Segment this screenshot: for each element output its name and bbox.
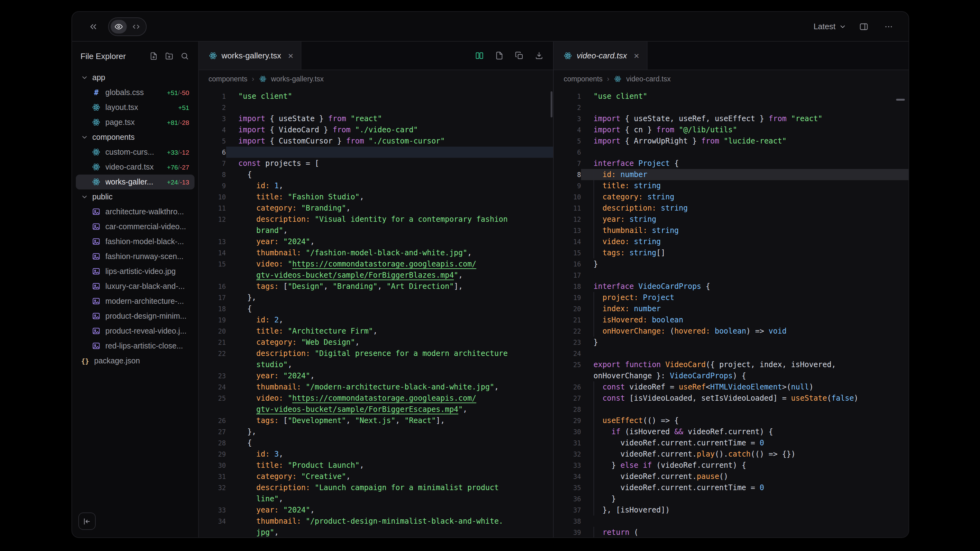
split-editor-button[interactable] (471, 48, 487, 64)
breadcrumb-file[interactable]: video-card.tsx (626, 75, 671, 83)
code-line[interactable]: 37 }, [isHovered]) (554, 504, 908, 516)
code-line[interactable]: 11 category: "Branding", (199, 203, 553, 214)
copy-code-button[interactable] (511, 48, 527, 64)
code-line[interactable]: 20 index: number (554, 303, 908, 314)
download-code-button[interactable] (531, 48, 547, 64)
code-line[interactable]: 23 year: "2024", (199, 370, 553, 381)
code-line[interactable]: 6 (199, 147, 553, 158)
code-line[interactable]: 26 tags: ["Development", "Next.js", "Rea… (199, 415, 553, 426)
code-line[interactable]: 15 video: "https://commondatastorage.goo… (199, 259, 553, 270)
tree-file-car-commercial-video...[interactable]: car-commercial-video... (75, 219, 194, 234)
code-line[interactable]: 32 description: "Launch campaign for a m… (199, 482, 553, 493)
code-line[interactable]: 5import { CustomCursor } from "./custom-… (199, 135, 553, 147)
code-toggle-button[interactable] (128, 19, 144, 33)
code-line[interactable]: 22 description: "Digital presence for a … (199, 348, 553, 359)
code-line[interactable]: 1"use client" (199, 91, 553, 102)
code-line[interactable]: 21 isHovered: boolean (554, 314, 908, 326)
code-line[interactable]: 19 id: 2, (199, 314, 553, 326)
code-line[interactable]: 1"use client" (554, 91, 908, 102)
tree-file-lips-artistic-video.jpg[interactable]: lips-artistic-video.jpg (75, 264, 194, 279)
code-line[interactable]: 30 title: "Product Launch", (199, 460, 553, 471)
code-line[interactable]: 28 (554, 404, 908, 415)
tree-file-luxury-car-black-and-...[interactable]: luxury-car-black-and-... (75, 279, 194, 294)
tree-folder-app[interactable]: app (75, 70, 194, 85)
code-line[interactable]: studio", (199, 359, 553, 370)
code-line[interactable]: 27 const [isVideoLoaded, setIsVideoLoade… (554, 392, 908, 404)
code-line[interactable]: 24 thumbnail: "/modern-architecture-blac… (199, 381, 553, 392)
code-line[interactable]: 39 return ( (554, 527, 908, 537)
code-line[interactable]: jpg", (199, 527, 553, 537)
code-line[interactable]: 34 thumbnail: "/product-design-minimalis… (199, 516, 553, 527)
open-file-button[interactable] (491, 48, 507, 64)
code-line[interactable]: 36 } (554, 493, 908, 504)
code-line[interactable]: 13 year: "2024", (199, 236, 553, 247)
code-line[interactable]: 2 (554, 102, 908, 113)
tree-file-product-reveal-video.j...[interactable]: product-reveal-video.j... (75, 324, 194, 338)
code-line[interactable]: 34 videoRef.current.pause() (554, 471, 908, 482)
code-area-right[interactable]: 1"use client"2 3import { useState, useRe… (554, 87, 908, 537)
code-line[interactable]: 33 } else if (videoRef.current) { (554, 460, 908, 471)
tree-file-custom-curs...[interactable]: custom-curs...+33/-12 (75, 145, 194, 160)
code-line[interactable]: 12 year: string (554, 214, 908, 225)
code-line[interactable]: 17 (554, 270, 908, 281)
code-line[interactable]: 35 videoRef.current.currentTime = 0 (554, 482, 908, 493)
code-line[interactable]: 23} (554, 337, 908, 348)
code-line[interactable]: line", (199, 493, 553, 504)
tab-works-gallery-tsx[interactable]: works-gallery.tsx × (199, 41, 301, 70)
code-line[interactable]: gtv-videos-bucket/sample/ForBiggerEscape… (199, 404, 553, 415)
code-line[interactable]: 4import { VideoCard } from "./video-card… (199, 124, 553, 135)
scrollbar-thumb[interactable] (550, 91, 552, 118)
code-line[interactable]: 17 }, (199, 292, 553, 303)
code-line[interactable]: 33 year: "2024", (199, 504, 553, 516)
code-line[interactable]: 10 title: "Fashion Studio", (199, 191, 553, 203)
code-line[interactable]: brand", (199, 225, 553, 236)
tree-file-product-design-minim...[interactable]: product-design-minim... (75, 309, 194, 324)
code-line[interactable]: 22 onHoverChange: (hovered: boolean) => … (554, 326, 908, 337)
tree-file-fashion-runway-scen...[interactable]: fashion-runway-scen... (75, 249, 194, 264)
code-line[interactable]: 30 if (isHovered && videoRef.current) { (554, 426, 908, 437)
tree-file-red-lips-artistic-close...[interactable]: red-lips-artistic-close... (75, 338, 194, 354)
tab-video-card-tsx[interactable]: video-card.tsx × (554, 41, 647, 70)
breadcrumb-file[interactable]: works-gallery.tsx (271, 75, 324, 83)
code-line[interactable]: 11 description: string (554, 203, 908, 214)
code-line[interactable]: 3import { useState } from "react" (199, 113, 553, 124)
code-line[interactable]: 10 category: string (554, 191, 908, 203)
breadcrumb-folder[interactable]: components (208, 75, 247, 83)
code-line[interactable]: 5import { ArrowUpRight } from "lucide-re… (554, 135, 908, 147)
code-line[interactable]: 3import { useState, useRef, useEffect } … (554, 113, 908, 124)
code-line[interactable]: 38 (554, 516, 908, 527)
scrollbar-thumb[interactable] (896, 99, 905, 101)
code-line[interactable]: 7const projects = [ (199, 158, 553, 169)
tree-file-modern-architecture-...[interactable]: modern-architecture-... (75, 294, 194, 309)
code-line[interactable]: onHoverChange }: VideoCardProps) { (554, 370, 908, 381)
breadcrumb-folder[interactable]: components (564, 75, 603, 83)
code-line[interactable]: 18 { (199, 303, 553, 314)
code-line[interactable]: gtv-videos-bucket/sample/ForBiggerBlazes… (199, 270, 553, 281)
code-line[interactable]: 13 thumbnail: string (554, 225, 908, 236)
code-line[interactable]: 7interface Project { (554, 158, 908, 169)
tree-file-globals.css[interactable]: #globals.css+51/-50 (75, 85, 194, 100)
code-area-left[interactable]: 1"use client"2 3import { useState } from… (199, 87, 553, 537)
tree-file-works-galler...[interactable]: works-galler...+24/-13 (75, 175, 194, 189)
code-line[interactable]: 27 }, (199, 426, 553, 437)
code-line[interactable]: 25 video: "https://commondatastorage.goo… (199, 392, 553, 404)
code-line[interactable]: 8 id: number (554, 169, 908, 180)
code-line[interactable]: 12 description: "Visual identity for a c… (199, 214, 553, 225)
code-line[interactable]: 26 const videoRef = useRef<HTMLVideoElem… (554, 381, 908, 392)
preview-toggle-button[interactable] (110, 19, 126, 33)
code-line[interactable]: 19 project: Project (554, 292, 908, 303)
code-line[interactable]: 6 (554, 147, 908, 158)
code-line[interactable]: 16 tags: ["Design", "Branding", "Art Dir… (199, 281, 553, 292)
new-file-button[interactable] (147, 49, 161, 63)
tree-file-page.tsx[interactable]: page.tsx+81/-28 (75, 115, 194, 130)
tree-file-layout.tsx[interactable]: layout.tsx+51 (75, 100, 194, 115)
code-line[interactable]: 24 (554, 348, 908, 359)
more-options-button[interactable] (881, 19, 896, 34)
code-line[interactable]: 31 category: "Creative", (199, 471, 553, 482)
code-line[interactable]: 14 thumbnail: "/fashion-model-black-and-… (199, 247, 553, 259)
code-line[interactable]: 14 video: string (554, 236, 908, 247)
code-line[interactable]: 29 useEffect(() => { (554, 415, 908, 426)
code-line[interactable]: 28 { (199, 437, 553, 448)
tree-folder-components[interactable]: components (75, 130, 194, 145)
close-tab-button[interactable]: × (288, 51, 294, 60)
